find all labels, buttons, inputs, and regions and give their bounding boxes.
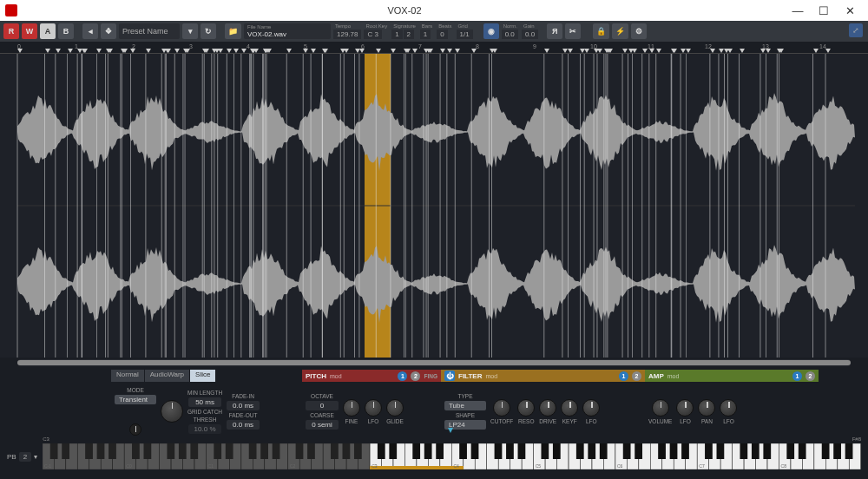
transient-marker[interactable] — [760, 49, 765, 53]
transient-marker[interactable] — [17, 49, 22, 53]
pb-value[interactable]: 2 — [19, 452, 31, 462]
transient-marker[interactable] — [286, 49, 291, 53]
reload-icon[interactable]: ↻ — [201, 23, 216, 39]
transient-marker[interactable] — [218, 49, 222, 53]
fine-knob[interactable] — [343, 399, 360, 417]
transient-marker[interactable] — [322, 49, 326, 53]
mode-select[interactable]: Transient — [115, 395, 156, 404]
pitch-lfo-knob[interactable] — [365, 399, 382, 417]
transient-marker[interactable] — [183, 49, 187, 53]
transient-marker[interactable] — [161, 49, 166, 53]
close-button[interactable]: ✕ — [837, 1, 863, 20]
ab-b-button[interactable]: B — [58, 23, 74, 39]
drive-knob[interactable] — [539, 399, 556, 417]
thresh-value[interactable]: 10.0 % — [188, 424, 221, 434]
preset-browse-icon[interactable]: ▾ — [182, 23, 198, 39]
minimize-button[interactable]: — — [785, 1, 811, 20]
transient-marker[interactable] — [303, 49, 307, 53]
folder-icon[interactable]: 📁 — [225, 23, 241, 39]
transient-marker[interactable] — [82, 49, 86, 53]
octave-value[interactable]: 0 — [306, 401, 339, 410]
transient-marker[interactable] — [174, 49, 179, 53]
transient-marker[interactable] — [263, 49, 267, 53]
transient-marker[interactable] — [428, 49, 432, 53]
amp-env2-badge[interactable]: 2 — [806, 371, 815, 381]
transient-marker[interactable] — [122, 49, 127, 53]
transient-marker[interactable] — [686, 49, 690, 53]
transient-marker[interactable] — [813, 49, 818, 53]
amp-env1-badge[interactable]: 1 — [792, 371, 802, 381]
file-name-field[interactable]: File Name VOX-02.wav — [244, 23, 331, 39]
transient-marker[interactable] — [68, 49, 72, 53]
snap-icon[interactable]: ◉ — [483, 23, 499, 39]
transient-marker[interactable] — [544, 49, 549, 53]
transient-marker[interactable] — [724, 49, 728, 53]
settings-icon[interactable]: ⚙ — [631, 23, 647, 39]
glide-knob[interactable] — [386, 399, 404, 417]
filter-type-select[interactable]: Tube — [444, 401, 486, 410]
tab-normal[interactable]: Normal — [111, 370, 144, 382]
ab-a-button[interactable]: A — [40, 23, 56, 39]
transient-marker[interactable] — [253, 49, 258, 53]
transient-marker[interactable] — [146, 49, 150, 53]
beats-value[interactable]: 0 — [437, 30, 447, 39]
transient-marker[interactable] — [391, 49, 395, 53]
coarse-value[interactable]: 0 semi — [306, 420, 339, 430]
pan-knob[interactable] — [698, 399, 715, 417]
bars-value[interactable]: 1 — [420, 30, 431, 39]
gain-value[interactable]: 0.0 — [522, 30, 538, 39]
transient-marker[interactable] — [96, 49, 101, 53]
transient-marker[interactable] — [671, 49, 675, 53]
fadein-value[interactable]: 0.0 ms — [227, 401, 260, 410]
transient-marker[interactable] — [719, 49, 723, 53]
transient-marker[interactable] — [130, 49, 135, 53]
transient-marker[interactable] — [233, 49, 238, 53]
tab-slice[interactable]: Slice — [190, 370, 215, 382]
timeline-ruler[interactable]: 01234567891011121314 — [0, 42, 868, 54]
transient-marker[interactable] — [106, 49, 110, 53]
tempo-value[interactable]: 129.78 — [333, 30, 361, 39]
env2-badge[interactable]: 2 — [411, 371, 420, 381]
minlen-value[interactable]: 50 ms — [188, 397, 221, 407]
transient-marker[interactable] — [681, 49, 685, 53]
read-automation-button[interactable]: R — [3, 23, 19, 39]
waveform-display[interactable] — [0, 54, 868, 358]
env1-badge[interactable]: 1 — [398, 371, 407, 381]
virtual-keyboard[interactable]: C3 F#8 C-1C0C1C2C3C4C5C6C7C8 — [43, 443, 861, 469]
transient-marker[interactable] — [340, 49, 345, 53]
lock-icon[interactable]: 🔒 — [593, 23, 609, 39]
transient-marker[interactable] — [471, 49, 476, 53]
preset-menu-icon[interactable]: ❖ — [101, 23, 116, 39]
transient-marker[interactable] — [412, 49, 417, 53]
sig-den[interactable]: 2 — [404, 30, 414, 39]
filter-lfo-knob[interactable] — [582, 399, 600, 417]
filter-power-button[interactable]: ⏻ — [444, 371, 455, 381]
transient-marker[interactable] — [241, 49, 246, 53]
transient-marker[interactable] — [656, 49, 661, 53]
transient-marker[interactable] — [642, 49, 647, 53]
transient-marker[interactable] — [825, 49, 830, 53]
transient-marker[interactable] — [355, 49, 359, 53]
transient-marker[interactable] — [455, 49, 459, 53]
transient-marker[interactable] — [405, 49, 410, 53]
transient-marker[interactable] — [584, 49, 589, 53]
transient-marker[interactable] — [202, 49, 207, 53]
maximize-button[interactable]: ☐ — [811, 1, 837, 20]
transient-marker[interactable] — [632, 49, 636, 53]
cutoff-knob[interactable] — [493, 399, 510, 417]
amp-lfo2-knob[interactable] — [720, 399, 737, 417]
trim-icon[interactable]: ✂ — [565, 23, 581, 39]
write-automation-button[interactable]: W — [22, 23, 37, 39]
transient-marker[interactable] — [740, 49, 744, 53]
keyf-knob[interactable] — [561, 399, 578, 417]
expand-icon[interactable]: ⤢ — [849, 23, 863, 37]
filter-env1-badge[interactable]: 1 — [619, 371, 628, 381]
transient-marker[interactable] — [359, 49, 364, 53]
volume-knob[interactable] — [652, 399, 669, 417]
grid-value[interactable]: 1/1 — [457, 30, 473, 39]
midi-icon[interactable]: ⚡ — [612, 23, 628, 39]
norm-value[interactable]: 0.0 — [502, 30, 518, 39]
tab-audiowarp[interactable]: AudioWarp — [145, 370, 189, 382]
transient-marker[interactable] — [597, 49, 602, 53]
preset-prev-icon[interactable]: ◂ — [82, 23, 98, 39]
